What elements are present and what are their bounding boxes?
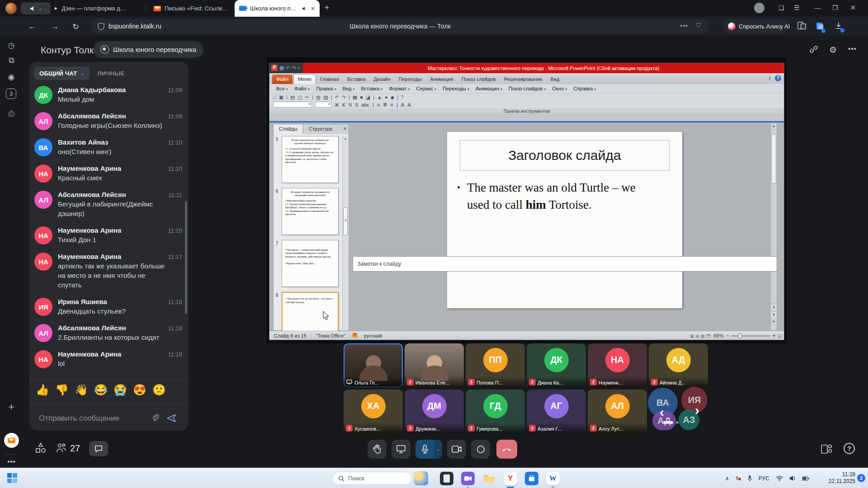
volume-icon[interactable]	[789, 475, 796, 481]
next-page-icon[interactable]: ›	[695, 406, 699, 415]
camera-button[interactable]	[447, 440, 466, 459]
save-icon[interactable]: ▦	[279, 65, 284, 71]
app-meet-icon[interactable]	[461, 472, 475, 485]
browser-user-avatar[interactable]	[754, 3, 764, 14]
scroll-thumb[interactable]	[771, 134, 776, 183]
reactions-panel-icon[interactable]	[35, 442, 47, 455]
menu-item[interactable]: Вид ▾	[339, 86, 358, 91]
quick-access-chevron-icon[interactable]: ▾	[298, 66, 300, 70]
slide-thumbnail[interactable]: 5 В чем заключается особенности художест…	[274, 136, 340, 183]
ribbon-tab[interactable]: Меню	[293, 74, 316, 84]
message-composer[interactable]: Отправить сообщение	[29, 405, 189, 431]
add-panel-icon[interactable]: +	[6, 401, 17, 413]
attach-file-icon[interactable]	[151, 413, 160, 425]
layout-view-button[interactable]	[821, 445, 832, 455]
participant-tile[interactable]: ПП Попова П...	[466, 343, 525, 387]
toolbar-icon[interactable]: ■	[360, 94, 363, 100]
close-tab-icon[interactable]: ✕	[311, 5, 315, 12]
microphone-button[interactable]	[415, 440, 434, 459]
app-explorer-icon[interactable]	[482, 472, 496, 485]
toolbar-icon[interactable]: ✂	[305, 94, 309, 100]
menu-item[interactable]: Файл ▾	[291, 86, 313, 91]
bookmark-icon[interactable]: ⛉	[696, 22, 701, 29]
side-panels-icon[interactable]: ❏	[778, 4, 784, 11]
toolbar-icon[interactable]: ↶	[335, 94, 339, 100]
scroll-up-icon[interactable]: ▲	[771, 123, 777, 129]
reaction-emoji-button[interactable]: 😂	[94, 384, 107, 396]
menu-item[interactable]: Переходы ▾	[439, 86, 472, 91]
raise-hand-button[interactable]	[368, 440, 387, 459]
collapse-ribbon-icon[interactable]: ∧	[768, 76, 771, 80]
minimize-button[interactable]: —	[814, 4, 821, 11]
tab-audio-indicator[interactable]: ⌄	[21, 2, 51, 14]
tab-school-active[interactable]: Школа юного пере ✕	[235, 0, 320, 17]
screenshot-icon[interactable]: ⎙	[6, 109, 17, 118]
reaction-emoji-button[interactable]: 😭	[113, 384, 126, 396]
participant-tile[interactable]: Иванова Еле...	[405, 343, 464, 387]
reaction-emoji-button[interactable]: 🙁	[152, 384, 165, 396]
tab-outline[interactable]: Структура	[303, 124, 338, 134]
ribbon-tab[interactable]: Анимация	[426, 75, 458, 84]
reaction-emoji-button[interactable]: 👎	[55, 384, 68, 396]
header-more-icon[interactable]: •••	[848, 45, 857, 52]
slide-scrollbar[interactable]: ▲ ⇞ ⇟ ▼	[770, 122, 777, 331]
help-icon[interactable]: ?	[775, 75, 781, 81]
reaction-emoji-button[interactable]: 👍	[36, 384, 48, 396]
toolbar-icon[interactable]: |	[331, 94, 332, 100]
menu-item[interactable]: Правка ▾	[313, 86, 339, 91]
toolbar-icon[interactable]: ▨	[323, 94, 328, 100]
ribbon-tab[interactable]: Переходы	[395, 75, 426, 84]
toolbar-icon[interactable]: ▣	[279, 94, 283, 100]
reload-icon[interactable]: ↻	[72, 22, 79, 32]
participant-tile[interactable]: АГ Азалия Г...	[527, 389, 586, 433]
video-panel-icon[interactable]: ◉	[6, 72, 17, 82]
slide-thumbnail[interactable]: 6 Из каких элементов складывается авторс…	[274, 188, 340, 235]
new-tab-button[interactable]: +	[325, 3, 330, 13]
toolbar-icon[interactable]: ▤	[290, 94, 295, 100]
tab-slides[interactable]: Слайды	[274, 124, 303, 134]
format-icon[interactable]: |	[373, 102, 374, 108]
zoom-slider[interactable]	[731, 335, 770, 337]
reaction-emoji-button[interactable]: 😍	[133, 384, 146, 396]
format-icon[interactable]: ≣	[383, 102, 387, 108]
participant-tile[interactable]: ДМ Дружини...	[405, 389, 464, 433]
format-icon[interactable]: ≡	[377, 102, 380, 108]
zoom-in-icon[interactable]: +	[773, 333, 776, 339]
format-icon[interactable]: S	[355, 102, 358, 108]
copy-link-button[interactable]	[809, 45, 818, 56]
back-icon[interactable]: ←	[28, 22, 36, 31]
close-button[interactable]: ✕	[850, 4, 856, 11]
participant-tile[interactable]: ГД Гумерова...	[466, 389, 525, 433]
app-store-icon[interactable]	[525, 472, 538, 485]
fit-to-window-icon[interactable]: ◱	[778, 333, 782, 338]
menu-item[interactable]: Анимация ▾	[472, 86, 505, 91]
start-button[interactable]	[7, 473, 18, 483]
downloads-icon[interactable]	[835, 22, 843, 32]
format-icon[interactable]: К	[342, 102, 345, 108]
toolbar-icon[interactable]: |	[286, 94, 288, 100]
more-actions-icon[interactable]: •••	[680, 22, 688, 29]
downloads-count-badge[interactable]: 3	[6, 89, 16, 99]
panels-extension-icon[interactable]	[797, 22, 806, 32]
yandex-mail-icon[interactable]	[4, 433, 19, 448]
help-button[interactable]: ?	[844, 443, 855, 454]
tab-mail[interactable]: Письмо «Fwd: Ссылка дл	[149, 0, 233, 17]
toolbar-icon[interactable]: |	[349, 94, 350, 100]
pane-scrollbar[interactable]: ▲	[342, 136, 348, 330]
app-word-icon[interactable]: W	[546, 472, 560, 485]
slide-thumbnail[interactable]: 7 • Метафора – стилистический прием, зак…	[274, 240, 340, 287]
zoom-slider-knob[interactable]	[739, 333, 742, 338]
wifi-icon[interactable]	[776, 476, 783, 481]
message-list[interactable]: ДК Диана Кадырбакова 11:09 Милый дом АЛ …	[29, 86, 189, 379]
pane-scroll-thumb[interactable]	[343, 207, 348, 235]
undo-icon[interactable]: ↶	[286, 65, 290, 71]
history-icon[interactable]: ◷	[6, 41, 17, 50]
previous-slide-button[interactable]: ⇞	[771, 304, 777, 310]
ribbon-tab[interactable]: Файл	[272, 75, 292, 84]
hidden-icons-chevron[interactable]: ∧	[725, 475, 729, 482]
record-button[interactable]	[471, 440, 490, 459]
toolbar-icon[interactable]: |	[373, 94, 374, 100]
toolbar-icon[interactable]: |	[312, 94, 313, 100]
rail-more-icon[interactable]: •••	[6, 457, 17, 466]
toolbar-icon[interactable]: ◆	[391, 94, 394, 100]
